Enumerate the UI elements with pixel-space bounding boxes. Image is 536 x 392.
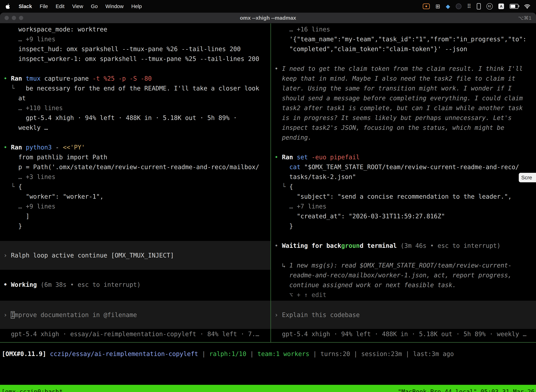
- text-segment: |: [198, 350, 209, 357]
- terminal-line: workspace_mode: worktree: [4, 24, 270, 34]
- text-segment: • Working: [4, 281, 41, 288]
- text-segment: continue assigned work or next feasible …: [274, 281, 456, 289]
- text-segment: python3: [26, 144, 55, 151]
- text-segment: (6m 38s • esc to interrupt): [41, 281, 141, 288]
- text-segment: [OMX#0.11.9]: [2, 350, 50, 357]
- text-segment: … +3 lines: [4, 173, 55, 180]
- terminal-line: … +7 lines: [274, 201, 536, 211]
- screen: Slack File Edit View Go Window Help ⊞ ◆ …: [0, 0, 536, 392]
- dark-app-icon[interactable]: [456, 4, 461, 9]
- menu-item-go[interactable]: Go: [87, 4, 102, 9]
- text-segment: should send a message before completing …: [274, 95, 523, 102]
- menubar-status-icons: ⊞ ◆ ⠿ 61 A: [423, 3, 532, 10]
- terminal-line: [274, 231, 536, 241]
- text-segment: later. Using the same for transition mig…: [274, 85, 512, 92]
- dots-grid-icon[interactable]: ⠿: [467, 3, 471, 10]
- text-segment: }: [274, 223, 293, 229]
- active-app-name[interactable]: Slack: [15, 4, 36, 9]
- terminal-line: gpt-5.4 xhigh · 94% left · 488K in · 5.1…: [4, 113, 270, 123]
- working-status: • Working (6m 38s • esc to interrupt): [0, 280, 270, 289]
- menu-item-file[interactable]: File: [36, 4, 52, 9]
- terminal-line: cat "$OMX_TEAM_STATE_ROOT/team/review-cu…: [274, 162, 536, 172]
- battery-icon[interactable]: [510, 4, 518, 9]
- menu-bar: Slack File Edit View Go Window Help ⊞ ◆ …: [0, 0, 536, 13]
- screenshot-tooltip[interactable]: Scre: [519, 173, 536, 182]
- text-segment: inspect_worker-1: omx sparkshell --tmux-…: [4, 55, 259, 62]
- text-segment: from pathlib import Path: [4, 154, 107, 161]
- terminal-line: … +110 lines: [4, 103, 270, 113]
- text-segment: | turns:20 | session:23m | last:3m ago: [309, 350, 454, 357]
- text-segment: •: [274, 154, 282, 161]
- prompt-input-right[interactable]: › Explain this codebase: [271, 301, 536, 329]
- text-segment: weekly …: [4, 124, 48, 131]
- wifi-icon[interactable]: [524, 4, 530, 9]
- terminal-line: › Explain this codebase: [274, 310, 360, 320]
- terminal-pane-left[interactable]: workspace_mode: worktree … +9 lines insp…: [0, 23, 270, 342]
- window-title: omx --xhigh --madmax: [0, 15, 536, 21]
- terminal-line: from pathlib import Path: [4, 152, 270, 162]
- window-titlebar[interactable]: omx --xhigh --madmax ⌥⌘1: [0, 13, 536, 23]
- terminal-line: └ {: [274, 182, 536, 191]
- text-segment: is in progress? It seems likely but perh…: [274, 114, 512, 121]
- temp-badge-icon[interactable]: 61: [486, 3, 493, 9]
- terminal-line: • Ran python3 - <<'PY': [4, 142, 270, 152]
- terminal-line: "subject": "send a concise recommendatio…: [274, 191, 536, 201]
- battery-fill: [511, 5, 515, 8]
- terminal-line: }: [274, 221, 536, 231]
- text-segment: ↳ 1 new msg(s): read $OMX_TEAM_STATE_ROO…: [274, 262, 512, 269]
- prompt-input-left[interactable]: › Improve documentation in @filename: [0, 301, 270, 329]
- tmux-session-label: [omx-cczip0:bash*: [1, 388, 62, 392]
- terminal-line: pending.: [274, 133, 536, 142]
- terminal-line: [274, 142, 536, 152]
- terminal-line: p = Path('.omx/state/team/review-current…: [4, 162, 270, 172]
- text-segment: ralph:1/10: [209, 350, 246, 357]
- menu-item-edit[interactable]: Edit: [52, 4, 68, 9]
- widget-grid-icon[interactable]: ⊞: [436, 3, 440, 10]
- terminal-line: "worker": "worker-1",: [4, 191, 270, 201]
- text-segment: ]: [4, 213, 29, 220]
- screen-recording-icon[interactable]: [423, 4, 430, 9]
- menu-item-window[interactable]: Window: [102, 4, 128, 9]
- text-segment: •: [4, 75, 11, 82]
- text-segment: p = Path('.omx/state/team/review-current…: [4, 163, 259, 171]
- terminal-line: [274, 251, 536, 261]
- device-icon[interactable]: [477, 3, 481, 9]
- text-segment: workspace_mode: worktree: [4, 26, 107, 33]
- text-segment: {: [18, 183, 22, 190]
- menu-item-view[interactable]: View: [68, 4, 87, 9]
- text-segment: ⌥ + ↑ edit: [274, 291, 326, 299]
- terminal-line: should send a message before completing …: [274, 93, 536, 103]
- terminal-line: '{"team_name":"my-team","task_id":"1","f…: [274, 34, 536, 44]
- text-segment: "$OMX_TEAM_STATE_ROOT/team/review-curren…: [304, 163, 519, 171]
- terminal-line: tasks/task-2.json": [274, 172, 536, 182]
- text-segment: ›: [4, 252, 11, 259]
- apple-icon[interactable]: [4, 3, 15, 9]
- text-segment: team:1 workers: [258, 350, 309, 357]
- blue-app-icon[interactable]: ◆: [446, 3, 450, 10]
- terminal-line: └ be necessary for the end of the README…: [4, 84, 270, 93]
- terminal-line: … +3 lines: [4, 172, 270, 182]
- terminal-line: • Ran set -euo pipefail: [274, 152, 536, 162]
- text-segment: capture-pane: [44, 75, 92, 82]
- omx-hud: [OMX#0.11.9] cczip/essay/ai-reimplementa…: [0, 343, 536, 385]
- text-segment: inspect_hud: omx sparkshell --tmux-pane …: [4, 46, 241, 52]
- terminal-line: ↳ 1 new msg(s): read $OMX_TEAM_STATE_ROO…: [274, 261, 536, 270]
- text-segment: ›: [4, 311, 11, 318]
- text-segment: … +110 lines: [4, 104, 63, 112]
- terminal-pane-right[interactable]: … +16 lines '{"team_name":"my-team","tas…: [271, 23, 536, 342]
- text-segment: |: [246, 350, 258, 357]
- menu-item-help[interactable]: Help: [128, 4, 146, 9]
- terminal-line: inspect_hud: omx sparkshell --tmux-pane …: [4, 44, 270, 54]
- text-segment: "worker": "worker-1",: [4, 193, 104, 200]
- terminal-line: └ {: [4, 182, 270, 191]
- terminal-line: is in progress? It seems likely but perh…: [274, 113, 536, 123]
- tmux-host-clock: "MacBook-Pro-44.local" 05:03 31-Mar-26: [398, 388, 535, 392]
- text-segment: gpt-5.4 xhigh · essay/ai-reimplementatio…: [4, 331, 259, 338]
- input-source-icon[interactable]: A: [498, 4, 504, 9]
- terminal-line: continue assigned work or next feasible …: [274, 280, 536, 290]
- terminal-line: • Working (6m 38s • esc to interrupt): [4, 280, 270, 289]
- text-segment: }: [4, 223, 22, 229]
- pane-right-output: … +16 lines '{"team_name":"my-team","tas…: [271, 23, 536, 300]
- terminal-line: • I need to get the claim token from the…: [274, 64, 536, 74]
- terminal-line: readme-and-reco/mailbox/worker-1.json, a…: [274, 270, 536, 280]
